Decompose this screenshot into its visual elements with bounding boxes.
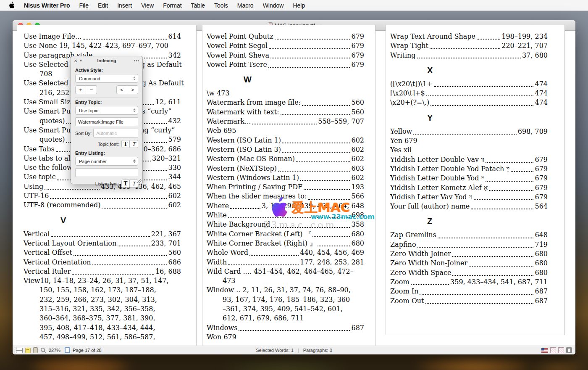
note-icon[interactable]	[25, 348, 31, 353]
menu-help[interactable]: Help	[293, 2, 305, 9]
dot-leader	[430, 48, 500, 49]
index-entry: Wrap Text Around Shape198–199, 234	[390, 32, 548, 41]
dot-leader	[271, 227, 350, 228]
language-flag-icon[interactable]	[541, 348, 548, 353]
menu-view[interactable]: View	[141, 2, 154, 9]
index-entry: Writing37, 680	[390, 51, 548, 60]
page-indicator[interactable]: Page 17 of 28	[73, 348, 102, 353]
remove-style-button[interactable]: −	[86, 85, 97, 94]
section-heading: Y	[390, 113, 548, 123]
dot-leader	[296, 161, 350, 162]
index-entry: Vowel Point Sheva679	[207, 51, 364, 60]
section-heading: X	[390, 65, 548, 75]
index-entry: Zap Gremlins648	[390, 230, 548, 240]
index-entry: Watermark from image file:560	[207, 98, 364, 107]
dot-leader	[417, 247, 534, 248]
sort-by-input[interactable]	[93, 129, 138, 137]
listing-italic-button[interactable]: T	[130, 180, 138, 188]
palette-resize-handle[interactable]	[137, 179, 142, 183]
palette-divider	[75, 98, 138, 98]
palette-header[interactable]: ✕ ▼ Indexing •••	[71, 56, 142, 65]
index-line: Yen 679	[390, 136, 548, 145]
listing-font-label: Listing font:	[95, 181, 119, 186]
paragraphs-status: Paragraphs: 0	[303, 348, 332, 353]
index-entry: Zero Width Space680	[390, 268, 548, 278]
index-line: 315–316, 321, 335, 342, 356–358,	[24, 304, 181, 314]
dot-leader	[83, 39, 167, 40]
document-window: MAS-indexing.rtf Use Image File...614Use…	[13, 20, 575, 354]
menu-app-name[interactable]: Nisus Writer Pro	[24, 2, 70, 9]
menu-edit[interactable]: Edit	[98, 2, 108, 9]
apple-menu-icon[interactable]	[8, 2, 15, 9]
index-entry: Zero Width Joiner680	[390, 249, 548, 259]
index-entry: Zoom359, 433–434, 541, 687, 711	[390, 278, 548, 287]
menu-insert[interactable]: Insert	[117, 2, 132, 9]
topic-bold-button[interactable]: T	[121, 140, 130, 148]
magnifier-icon[interactable]	[40, 347, 46, 353]
next-button[interactable]: >	[127, 85, 138, 94]
index-entry: When the slider measures to:566	[207, 192, 364, 201]
select-stepper-icon	[132, 77, 136, 80]
dot-leader	[434, 86, 534, 87]
index-line: 93, 167, 174, 176, 185–186, 323, 360	[207, 295, 364, 304]
index-line: Use None 19, 145, 422–423, 697–697, 700	[24, 41, 181, 50]
prev-button[interactable]: <	[116, 85, 127, 94]
index-line: 457, 498–499, 512, 561, 586–587,	[24, 333, 181, 342]
menu-table[interactable]: Table	[191, 2, 205, 9]
index-entry: Vowel Point Segol679	[207, 41, 364, 50]
menu-bar: Nisus Writer Pro File Edit Insert View F…	[0, 0, 588, 11]
add-style-button[interactable]: +	[75, 85, 86, 94]
menu-format[interactable]: Format	[163, 2, 181, 9]
listing-mode-value: Page number	[79, 159, 132, 164]
index-entry: Zoom In687	[390, 287, 548, 296]
index-entry: Vowel Point Qubutz679	[207, 32, 364, 41]
index-entry: Yellow698, 709	[390, 127, 548, 136]
menu-tools[interactable]: Tools	[214, 2, 228, 9]
character-set-icon[interactable]	[550, 347, 556, 353]
index-entry: Zoom Out687	[390, 296, 548, 306]
menu-window[interactable]: Window	[263, 2, 284, 9]
index-entry: [\x20\t]+$474	[390, 89, 548, 98]
indexing-palette[interactable]: ✕ ▼ Indexing ••• Active Style: Command +…	[71, 56, 143, 184]
index-line: \w 473	[207, 89, 364, 98]
index-line: 395, 408, 417–418, 433–434, 444,	[24, 323, 181, 333]
topic-italic-button[interactable]: T	[130, 140, 138, 148]
index-line: Wild Card .... 451–454, 462, 464–465, 47…	[207, 267, 364, 276]
index-entry: Wrap Tight220–221, 707	[390, 41, 548, 50]
section-heading: V	[24, 215, 181, 225]
palette-more-icon[interactable]: •••	[134, 58, 139, 63]
page-thumb-icon[interactable]	[65, 347, 70, 353]
index-entry: Whole Word440, 454, 456, 469	[207, 248, 364, 257]
dot-leader	[486, 181, 533, 182]
listing-mode-select[interactable]: Page number	[75, 157, 138, 166]
index-line: View10, 14–18, 23–24, 26, 31, 37, 51, 14…	[24, 276, 181, 285]
active-style-label: Active Style:	[75, 68, 138, 73]
index-entry: Yiddish Letter Vav Yod ױ679	[390, 193, 548, 202]
index-entry: Vertical Orientation686	[24, 258, 181, 267]
topic-mode-select[interactable]: Use topic:	[75, 106, 138, 115]
listing-input[interactable]	[75, 168, 138, 177]
dot-leader	[278, 171, 350, 172]
index-entry: Zapfino719	[390, 240, 548, 249]
glyph-palette-icon[interactable]	[558, 347, 564, 353]
index-line: Yes xii	[390, 145, 548, 155]
dot-leader	[308, 199, 350, 200]
zoom-level[interactable]: 227%	[49, 348, 60, 353]
dot-leader	[249, 255, 299, 256]
index-entry: Where3, 11, 296, 439, 462, 464, 648	[207, 201, 364, 211]
palette-title: Indexing	[71, 58, 142, 63]
dot-leader	[45, 189, 99, 190]
index-entry: Windows687	[207, 323, 364, 333]
menu-file[interactable]: File	[79, 2, 89, 9]
clipboard-icon[interactable]	[33, 347, 38, 353]
index-entry: Yiddish Letter Double Vav װ679	[390, 155, 548, 164]
active-style-select[interactable]: Command	[75, 74, 138, 83]
active-style-value: Command	[79, 76, 132, 81]
split-view-icon[interactable]	[16, 348, 23, 353]
page-view-icon[interactable]	[566, 347, 572, 353]
dot-leader	[72, 274, 154, 275]
menu-macro[interactable]: Macro	[237, 2, 254, 9]
listing-bold-button[interactable]: T	[121, 180, 130, 188]
topic-input[interactable]	[75, 117, 138, 126]
dot-leader	[50, 198, 167, 199]
